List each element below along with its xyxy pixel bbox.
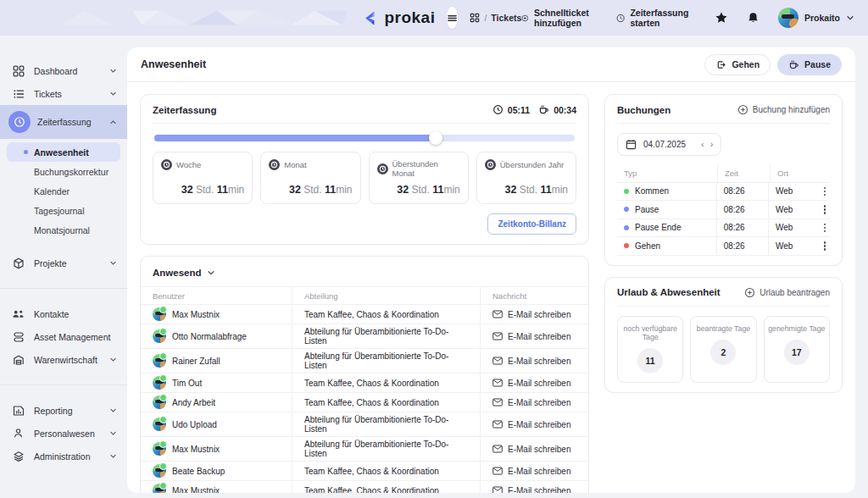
- status-dot: [624, 243, 629, 248]
- breadcrumb[interactable]: / Tickets: [470, 13, 521, 23]
- email-action[interactable]: E-Mail schreiben: [492, 310, 570, 319]
- start-tracking-label: Zeiterfassung starten: [630, 8, 693, 28]
- sidebar-item-reporting[interactable]: Reporting: [0, 399, 127, 422]
- user-department: Team Kaffee, Chaos & Koordination: [292, 374, 480, 392]
- sidebar-item-dashboard[interactable]: Dashboard: [0, 59, 127, 82]
- buchungen-table-header: Typ Zeit Ort: [617, 164, 830, 183]
- buchung-time: 08:26: [716, 237, 768, 255]
- email-action[interactable]: E-Mail schreiben: [492, 486, 570, 494]
- stat-hours-unit: Std.: [196, 184, 214, 196]
- date-picker[interactable]: 04.07.2025 ‹ ›: [617, 133, 721, 156]
- bell-icon: [747, 11, 760, 25]
- user-avatar: [153, 396, 166, 409]
- sidebar-subitem-kalender[interactable]: Kalender: [7, 181, 120, 201]
- time-stat-box: Überstunden Monat 32 Std. 11min: [369, 152, 469, 204]
- pause-label: Pause: [804, 59, 831, 69]
- gehen-button[interactable]: Gehen: [704, 54, 771, 75]
- user-name: Max Mustnix: [172, 486, 220, 494]
- sidebar-divider: [0, 385, 127, 385]
- start-tracking-button[interactable]: Zeiterfassung starten: [616, 8, 693, 28]
- stat-minutes: 11: [217, 184, 228, 196]
- slider-thumb[interactable]: [429, 131, 442, 145]
- buchung-location: Web: [768, 183, 814, 201]
- anwesend-dropdown[interactable]: Anwesend: [141, 266, 588, 286]
- page-header: Anwesenheit Gehen Pause: [127, 47, 855, 82]
- row-menu-button[interactable]: [821, 240, 829, 252]
- pause-button[interactable]: Pause: [777, 54, 842, 75]
- sidebar-subitem-tagesjournal[interactable]: Tagesjournal: [7, 201, 120, 220]
- user-avatar: [778, 8, 798, 28]
- quick-ticket-button[interactable]: Schnellticket hinzufügen: [521, 8, 594, 28]
- email-action[interactable]: E-Mail schreiben: [492, 332, 570, 341]
- time-stat-box: Woche 32 Std. 11min: [153, 152, 253, 204]
- topbar: prokai / Tickets Schnellticket hinzufüge…: [0, 0, 868, 36]
- buchung-location: Web: [768, 201, 814, 219]
- user-name: Udo Upload: [172, 420, 217, 429]
- anwesend-row: Max Mustnix Abteilung für Überambitionie…: [141, 437, 588, 462]
- chevron-down-icon: [109, 407, 117, 414]
- urlaub-beantragen-button[interactable]: Urlaub beantragen: [744, 287, 830, 298]
- user-department: Abteilung für Überambitionierte To-Do-Li…: [292, 437, 480, 461]
- sidebar-subitem-buchungskorrektur[interactable]: Buchungskorrektur: [7, 162, 120, 181]
- row-menu-button[interactable]: [821, 185, 829, 198]
- email-action[interactable]: E-Mail schreiben: [492, 420, 570, 429]
- sidebar-item-kontakte[interactable]: Kontakte: [0, 302, 127, 325]
- zeitkonto-bilanz-button[interactable]: Zeitkonto-Billanz: [487, 213, 576, 235]
- add-buchung-label: Buchung hinzufügen: [753, 105, 830, 114]
- favorites-button[interactable]: [715, 11, 728, 25]
- sidebar-toggle-button[interactable]: [447, 7, 458, 29]
- sidebar-item-tickets[interactable]: Tickets: [0, 82, 127, 105]
- clock-icon: [485, 159, 496, 170]
- buchung-time: 08:26: [716, 201, 768, 219]
- stat-minutes-unit: min: [336, 184, 352, 196]
- user-name: Rainer Zufall: [172, 357, 220, 366]
- urlaub-stat-label: noch verfügbare Tage: [621, 324, 679, 341]
- sidebar-item-personalwesen[interactable]: Personalwesen: [0, 422, 127, 445]
- plus-circle-icon: [744, 287, 755, 298]
- email-action[interactable]: E-Mail schreiben: [492, 445, 570, 454]
- zeiterfassung-title: Zeiterfassung: [153, 105, 216, 115]
- stat-hours: 32: [181, 184, 193, 196]
- add-buchung-button[interactable]: Buchung hinzufügen: [737, 104, 830, 115]
- sidebar-subitem-anwesenheit[interactable]: Anwesenheit: [7, 142, 120, 162]
- quick-ticket-label: Schnellticket hinzufügen: [534, 8, 594, 28]
- sidebar-item-asset-management[interactable]: Asset Management: [0, 325, 127, 348]
- anwesend-table-header: Benutzer Abteilung Nachricht: [141, 286, 588, 305]
- dashboard-icon: [12, 64, 25, 77]
- email-action[interactable]: E-Mail schreiben: [492, 357, 570, 366]
- user-menu[interactable]: Prokaito: [778, 8, 854, 28]
- time-progress-slider[interactable]: [154, 135, 575, 141]
- row-menu-button[interactable]: [821, 203, 829, 216]
- sidebar-item-administration[interactable]: Administration: [0, 445, 127, 468]
- stat-hours-unit: Std.: [303, 184, 321, 196]
- sidebar-item-zeiterfassung[interactable]: Zeiterfassung: [0, 105, 127, 139]
- email-action[interactable]: E-Mail schreiben: [492, 398, 570, 407]
- main-panel: Anwesenheit Gehen Pause Zeiterfassung: [127, 47, 855, 493]
- sidebar-subitem-monatsjournal[interactable]: Monatsjournal: [7, 220, 120, 240]
- app-logo[interactable]: prokai: [347, 8, 435, 27]
- email-action-label: E-Mail schreiben: [508, 486, 570, 494]
- stat-hours-unit: Std.: [411, 184, 429, 196]
- urlaub-stat-label: beantragte Tage: [697, 324, 750, 333]
- anwesend-table: Benutzer Abteilung Nachricht Max Mustnix: [141, 286, 588, 493]
- status-dot: [624, 207, 629, 212]
- time-stats: Woche 32 Std. 11min: [153, 152, 576, 204]
- notifications-button[interactable]: [747, 11, 760, 25]
- anwesend-row: Rainer Zufall Abteilung für Überambition…: [141, 349, 588, 374]
- stat-label: Woche: [176, 160, 201, 169]
- next-day-button[interactable]: ›: [710, 140, 714, 149]
- stat-value: 32 Std. 11min: [269, 184, 352, 196]
- email-action[interactable]: E-Mail schreiben: [492, 467, 570, 476]
- gehen-label: Gehen: [732, 59, 760, 69]
- email-action[interactable]: E-Mail schreiben: [492, 379, 570, 388]
- row-menu-button[interactable]: [821, 222, 829, 235]
- envelope-icon: [492, 445, 503, 453]
- sidebar-item-label: Administration: [34, 451, 109, 462]
- topbar-pattern: [0, 0, 347, 36]
- sidebar-item-warenwirtschaft[interactable]: Warenwirtschaft: [0, 348, 127, 371]
- buchung-time: 08:26: [716, 219, 768, 237]
- plus-circle-icon: [521, 12, 529, 25]
- sidebar-item-projekte[interactable]: Projekte: [0, 252, 127, 274]
- envelope-icon: [492, 332, 503, 340]
- prev-day-button[interactable]: ‹: [701, 140, 704, 149]
